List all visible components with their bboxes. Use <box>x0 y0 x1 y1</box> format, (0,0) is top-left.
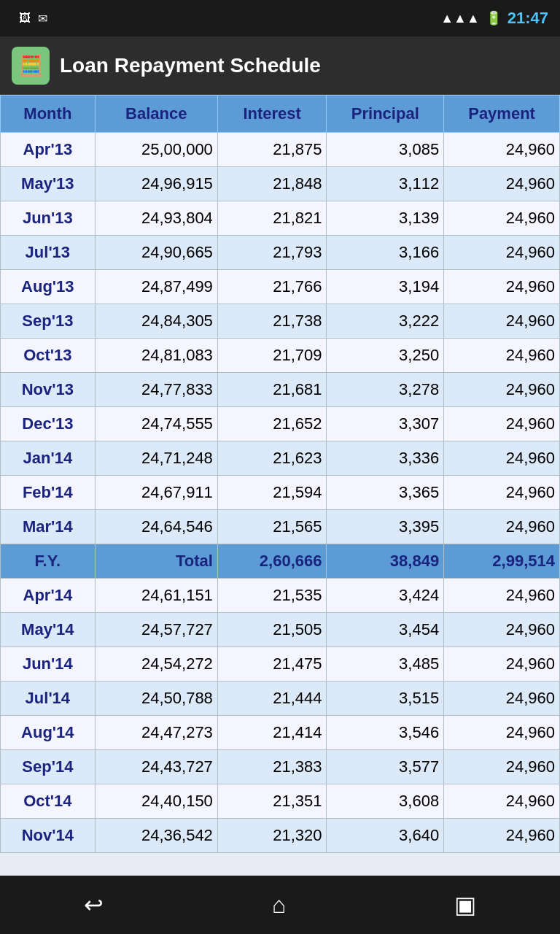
status-bar: 🖼 ✉ ▲▲▲ 🔋 21:47 <box>0 0 560 36</box>
table-cell: 24,74,555 <box>95 407 217 441</box>
mail-icon: ✉ <box>38 12 47 26</box>
table-cell: 24,960 <box>444 270 560 304</box>
table-row: Apr'1325,00,00021,8753,08524,960 <box>1 133 560 167</box>
table-cell: 3,454 <box>327 613 444 647</box>
table-cell: 21,351 <box>217 784 327 819</box>
table-cell: Jul'14 <box>1 682 96 716</box>
table-cell: 25,00,000 <box>95 133 217 167</box>
table-cell: 3,485 <box>327 647 444 682</box>
right-status-icons: ▲▲▲ 🔋 21:47 <box>440 9 548 28</box>
table-cell: 21,821 <box>217 201 327 236</box>
table-row: Jun'1424,54,27221,4753,48524,960 <box>1 647 560 682</box>
table-cell: 3,336 <box>327 441 444 476</box>
table-cell: 21,535 <box>217 579 327 613</box>
table-cell: 24,960 <box>444 682 560 716</box>
table-cell: 24,960 <box>444 201 560 236</box>
table-cell: 3,307 <box>327 407 444 441</box>
table-cell: 3,166 <box>327 236 444 270</box>
table-cell: Jan'14 <box>1 441 96 476</box>
page-title: Loan Repayment Schedule <box>60 54 321 77</box>
table-cell: 24,960 <box>444 236 560 270</box>
table-cell: 3,112 <box>327 167 444 201</box>
table-row: May'1424,57,72721,5053,45424,960 <box>1 613 560 647</box>
col-payment: Payment <box>444 96 560 133</box>
table-row: Feb'1424,67,91121,5943,36524,960 <box>1 476 560 510</box>
table-row: Jun'1324,93,80421,8213,13924,960 <box>1 201 560 236</box>
table-cell: 24,40,150 <box>95 784 217 819</box>
table-cell: 24,90,665 <box>95 236 217 270</box>
table-cell: Apr'14 <box>1 579 96 613</box>
table-cell: 21,766 <box>217 270 327 304</box>
table-cell: 24,960 <box>444 716 560 750</box>
table-cell: 24,61,151 <box>95 579 217 613</box>
table-cell: 21,623 <box>217 441 327 476</box>
table-cell: 21,414 <box>217 716 327 750</box>
table-cell: 24,64,546 <box>95 510 217 544</box>
table-cell: Feb'14 <box>1 476 96 510</box>
table-cell: 24,960 <box>444 476 560 510</box>
table-row: Jan'1424,71,24821,6233,33624,960 <box>1 441 560 476</box>
table-cell: 24,67,911 <box>95 476 217 510</box>
table-row: Nov'1324,77,83321,6813,27824,960 <box>1 373 560 407</box>
table-cell: 3,546 <box>327 716 444 750</box>
table-cell: 3,395 <box>327 510 444 544</box>
table-header-row: Month Balance Interest Principal Payment <box>1 96 560 133</box>
table-cell: 24,87,499 <box>95 270 217 304</box>
table-cell: 24,960 <box>444 167 560 201</box>
table-row: Dec'1324,74,55521,6523,30724,960 <box>1 407 560 441</box>
table-cell: 21,383 <box>217 750 327 784</box>
table-cell: 24,960 <box>444 579 560 613</box>
table-cell: 24,57,727 <box>95 613 217 647</box>
table-cell: Jun'13 <box>1 201 96 236</box>
table-cell: 21,681 <box>217 373 327 407</box>
table-cell: 21,594 <box>217 476 327 510</box>
table-cell: 24,960 <box>444 407 560 441</box>
table-cell: 3,278 <box>327 373 444 407</box>
title-bar: 🧮 Loan Repayment Schedule <box>0 36 560 95</box>
table-cell: Oct'14 <box>1 784 96 819</box>
table-cell: 3,424 <box>327 579 444 613</box>
table-row: Jul'1424,50,78821,4443,51524,960 <box>1 682 560 716</box>
table-cell: 24,960 <box>444 510 560 544</box>
table-cell: 24,960 <box>444 339 560 373</box>
table-cell: 24,960 <box>444 613 560 647</box>
table-cell: Jul'13 <box>1 236 96 270</box>
main-content: Month Balance Interest Principal Payment… <box>0 95 560 876</box>
table-cell: Jun'14 <box>1 647 96 682</box>
table-cell: 24,960 <box>444 647 560 682</box>
subtotal-cell: Total <box>95 544 217 579</box>
table-cell: May'14 <box>1 613 96 647</box>
subtotal-cell: 2,60,666 <box>217 544 327 579</box>
app-icon: 🧮 <box>12 47 50 85</box>
table-row: Oct'1424,40,15021,3513,60824,960 <box>1 784 560 819</box>
table-cell: 24,960 <box>444 373 560 407</box>
table-cell: Oct'13 <box>1 339 96 373</box>
subtotal-cell: 2,99,514 <box>444 544 560 579</box>
table-cell: 24,71,248 <box>95 441 217 476</box>
col-principal: Principal <box>327 96 444 133</box>
recent-button[interactable]: ▣ <box>454 891 476 919</box>
subtotal-row: F.Y.Total2,60,66638,8492,99,514 <box>1 544 560 579</box>
table-cell: 24,960 <box>444 784 560 819</box>
table-cell: 3,515 <box>327 682 444 716</box>
table-cell: 3,194 <box>327 270 444 304</box>
status-time: 21:47 <box>508 9 548 28</box>
table-row: Sep'1424,43,72721,3833,57724,960 <box>1 750 560 784</box>
table-cell: 24,93,804 <box>95 201 217 236</box>
table-cell: 24,960 <box>444 133 560 167</box>
battery-icon: 🔋 <box>486 10 502 26</box>
table-cell: 24,77,833 <box>95 373 217 407</box>
table-cell: 3,365 <box>327 476 444 510</box>
table-cell: 21,652 <box>217 407 327 441</box>
table-row: Sep'1324,84,30521,7383,22224,960 <box>1 304 560 339</box>
home-button[interactable]: ⌂ <box>272 892 286 919</box>
table-cell: 24,96,915 <box>95 167 217 201</box>
table-cell: 3,608 <box>327 784 444 819</box>
table-cell: 24,960 <box>444 304 560 339</box>
table-cell: Sep'14 <box>1 750 96 784</box>
back-button[interactable]: ↩ <box>84 891 104 919</box>
table-cell: 24,960 <box>444 819 560 853</box>
table-cell: Apr'13 <box>1 133 96 167</box>
table-cell: 21,444 <box>217 682 327 716</box>
table-row: Mar'1424,64,54621,5653,39524,960 <box>1 510 560 544</box>
